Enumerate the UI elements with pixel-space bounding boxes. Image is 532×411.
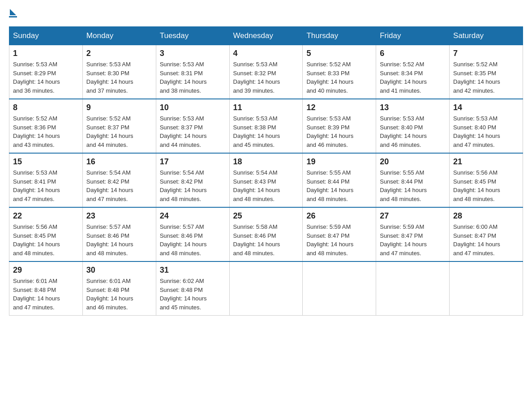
- day-info: Sunrise: 5:53 AM Sunset: 8:41 PM Dayligh…: [13, 168, 79, 203]
- calendar-cell: 6 Sunrise: 5:52 AM Sunset: 8:34 PM Dayli…: [376, 45, 450, 99]
- calendar-cell: 14 Sunrise: 5:53 AM Sunset: 8:40 PM Dayl…: [450, 99, 523, 153]
- day-info: Sunrise: 5:54 AM Sunset: 8:43 PM Dayligh…: [233, 168, 299, 203]
- day-number: 29: [13, 265, 79, 275]
- calendar-cell: 15 Sunrise: 5:53 AM Sunset: 8:41 PM Dayl…: [9, 153, 83, 207]
- day-number: 26: [306, 211, 372, 221]
- calendar-cell: 28 Sunrise: 6:00 AM Sunset: 8:47 PM Dayl…: [450, 207, 523, 261]
- calendar-cell: 9 Sunrise: 5:52 AM Sunset: 8:37 PM Dayli…: [82, 99, 156, 153]
- day-number: 14: [453, 103, 519, 112]
- header-tuesday: Tuesday: [156, 27, 229, 45]
- day-number: 5: [306, 49, 372, 58]
- day-info: Sunrise: 5:52 AM Sunset: 8:36 PM Dayligh…: [13, 114, 79, 149]
- day-info: Sunrise: 5:58 AM Sunset: 8:46 PM Dayligh…: [233, 223, 299, 257]
- calendar-cell: 8 Sunrise: 5:52 AM Sunset: 8:36 PM Dayli…: [9, 99, 83, 153]
- day-number: 25: [233, 211, 299, 221]
- calendar-cell: [376, 261, 450, 316]
- day-number: 23: [86, 211, 152, 221]
- day-info: Sunrise: 5:55 AM Sunset: 8:44 PM Dayligh…: [306, 168, 372, 203]
- day-info: Sunrise: 5:53 AM Sunset: 8:29 PM Dayligh…: [13, 60, 79, 95]
- day-number: 17: [160, 157, 226, 167]
- calendar-cell: 20 Sunrise: 5:55 AM Sunset: 8:44 PM Dayl…: [376, 153, 450, 207]
- day-number: 6: [380, 49, 446, 58]
- calendar-cell: 23 Sunrise: 5:57 AM Sunset: 8:46 PM Dayl…: [82, 207, 156, 261]
- day-info: Sunrise: 5:57 AM Sunset: 8:46 PM Dayligh…: [160, 223, 226, 257]
- calendar-cell: 25 Sunrise: 5:58 AM Sunset: 8:46 PM Dayl…: [229, 207, 303, 261]
- day-info: Sunrise: 6:00 AM Sunset: 8:47 PM Dayligh…: [453, 223, 519, 257]
- header-friday: Friday: [376, 27, 450, 45]
- day-number: 9: [86, 103, 152, 112]
- day-info: Sunrise: 5:53 AM Sunset: 8:40 PM Dayligh…: [380, 114, 446, 149]
- day-number: 31: [160, 265, 226, 275]
- day-number: 10: [160, 103, 226, 112]
- day-number: 22: [13, 211, 79, 221]
- day-info: Sunrise: 5:59 AM Sunset: 8:47 PM Dayligh…: [306, 223, 372, 257]
- day-info: Sunrise: 6:01 AM Sunset: 8:48 PM Dayligh…: [13, 277, 79, 312]
- calendar-cell: [229, 261, 303, 316]
- calendar-cell: 12 Sunrise: 5:53 AM Sunset: 8:39 PM Dayl…: [303, 99, 376, 153]
- calendar-table: Sunday Monday Tuesday Wednesday Thursday…: [9, 26, 523, 316]
- day-number: 8: [13, 103, 79, 112]
- week-row-1: 1 Sunrise: 5:53 AM Sunset: 8:29 PM Dayli…: [9, 45, 523, 99]
- day-info: Sunrise: 6:02 AM Sunset: 8:48 PM Dayligh…: [160, 277, 226, 312]
- calendar-cell: [450, 261, 523, 316]
- day-info: Sunrise: 5:56 AM Sunset: 8:45 PM Dayligh…: [453, 168, 519, 203]
- day-number: 1: [13, 49, 79, 58]
- day-number: 12: [306, 103, 372, 112]
- calendar-cell: 16 Sunrise: 5:54 AM Sunset: 8:42 PM Dayl…: [82, 153, 156, 207]
- logo-arrow-icon: [10, 9, 16, 15]
- day-number: 2: [86, 49, 152, 58]
- day-info: Sunrise: 5:56 AM Sunset: 8:45 PM Dayligh…: [13, 223, 79, 257]
- week-row-4: 22 Sunrise: 5:56 AM Sunset: 8:45 PM Dayl…: [9, 207, 523, 261]
- day-number: 16: [86, 157, 152, 167]
- page-header: [9, 9, 523, 17]
- calendar-cell: 7 Sunrise: 5:52 AM Sunset: 8:35 PM Dayli…: [450, 45, 523, 99]
- day-number: 28: [453, 211, 519, 221]
- header-wednesday: Wednesday: [229, 27, 303, 45]
- day-number: 24: [160, 211, 226, 221]
- day-number: 27: [380, 211, 446, 221]
- day-info: Sunrise: 5:55 AM Sunset: 8:44 PM Dayligh…: [380, 168, 446, 203]
- day-number: 30: [86, 265, 152, 275]
- day-info: Sunrise: 5:57 AM Sunset: 8:46 PM Dayligh…: [86, 223, 152, 257]
- calendar-cell: 13 Sunrise: 5:53 AM Sunset: 8:40 PM Dayl…: [376, 99, 450, 153]
- day-number: 7: [453, 49, 519, 58]
- calendar-cell: 2 Sunrise: 5:53 AM Sunset: 8:30 PM Dayli…: [82, 45, 156, 99]
- calendar-cell: 5 Sunrise: 5:52 AM Sunset: 8:33 PM Dayli…: [303, 45, 376, 99]
- calendar-cell: 19 Sunrise: 5:55 AM Sunset: 8:44 PM Dayl…: [303, 153, 376, 207]
- day-number: 3: [160, 49, 226, 58]
- logo: [9, 9, 17, 17]
- calendar-cell: 11 Sunrise: 5:53 AM Sunset: 8:38 PM Dayl…: [229, 99, 303, 153]
- day-info: Sunrise: 5:52 AM Sunset: 8:37 PM Dayligh…: [86, 114, 152, 149]
- day-info: Sunrise: 5:53 AM Sunset: 8:37 PM Dayligh…: [160, 114, 226, 149]
- calendar-cell: 1 Sunrise: 5:53 AM Sunset: 8:29 PM Dayli…: [9, 45, 83, 99]
- day-info: Sunrise: 6:01 AM Sunset: 8:48 PM Dayligh…: [86, 277, 152, 312]
- day-number: 15: [13, 157, 79, 167]
- day-info: Sunrise: 5:53 AM Sunset: 8:31 PM Dayligh…: [160, 60, 226, 95]
- day-number: 20: [380, 157, 446, 167]
- week-row-2: 8 Sunrise: 5:52 AM Sunset: 8:36 PM Dayli…: [9, 99, 523, 153]
- day-info: Sunrise: 5:53 AM Sunset: 8:38 PM Dayligh…: [233, 114, 299, 149]
- day-info: Sunrise: 5:52 AM Sunset: 8:33 PM Dayligh…: [306, 60, 372, 95]
- calendar-cell: 17 Sunrise: 5:54 AM Sunset: 8:42 PM Dayl…: [156, 153, 229, 207]
- calendar-cell: 24 Sunrise: 5:57 AM Sunset: 8:46 PM Dayl…: [156, 207, 229, 261]
- calendar-cell: 26 Sunrise: 5:59 AM Sunset: 8:47 PM Dayl…: [303, 207, 376, 261]
- calendar-cell: 27 Sunrise: 5:59 AM Sunset: 8:47 PM Dayl…: [376, 207, 450, 261]
- day-info: Sunrise: 5:52 AM Sunset: 8:35 PM Dayligh…: [453, 60, 519, 95]
- day-info: Sunrise: 5:53 AM Sunset: 8:30 PM Dayligh…: [86, 60, 152, 95]
- calendar-cell: 22 Sunrise: 5:56 AM Sunset: 8:45 PM Dayl…: [9, 207, 83, 261]
- day-info: Sunrise: 5:54 AM Sunset: 8:42 PM Dayligh…: [160, 168, 226, 203]
- calendar-cell: 21 Sunrise: 5:56 AM Sunset: 8:45 PM Dayl…: [450, 153, 523, 207]
- day-info: Sunrise: 5:54 AM Sunset: 8:42 PM Dayligh…: [86, 168, 152, 203]
- day-info: Sunrise: 5:59 AM Sunset: 8:47 PM Dayligh…: [380, 223, 446, 257]
- header-monday: Monday: [82, 27, 156, 45]
- day-number: 18: [233, 157, 299, 167]
- day-info: Sunrise: 5:53 AM Sunset: 8:40 PM Dayligh…: [453, 114, 519, 149]
- calendar-cell: 4 Sunrise: 5:53 AM Sunset: 8:32 PM Dayli…: [229, 45, 303, 99]
- day-number: 13: [380, 103, 446, 112]
- header-thursday: Thursday: [303, 27, 376, 45]
- day-number: 19: [306, 157, 372, 167]
- header-sunday: Sunday: [9, 27, 83, 45]
- calendar-cell: 29 Sunrise: 6:01 AM Sunset: 8:48 PM Dayl…: [9, 261, 83, 316]
- header-saturday: Saturday: [450, 27, 523, 45]
- day-number: 21: [453, 157, 519, 167]
